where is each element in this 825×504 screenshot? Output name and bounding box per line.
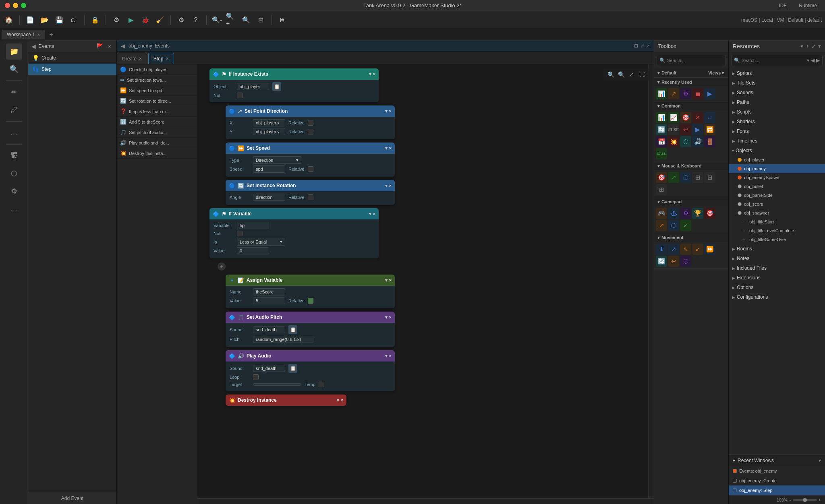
open-file-icon[interactable]: 📂	[39, 14, 50, 26]
play-audio-header[interactable]: 🔷 🔊 Play Audio ▾ ×	[226, 350, 395, 361]
recent-item-events-enemy[interactable]: Events: obj_enemy	[729, 466, 825, 476]
destroy-instance-close[interactable]: ×	[341, 398, 343, 403]
is-dropdown[interactable]: Less or Equal ▾	[237, 238, 285, 246]
event-item-step[interactable]: 👣 Step	[28, 64, 116, 75]
res-section-fonts-header[interactable]: ▶ Fonts	[729, 126, 825, 136]
res-item-obj-enemyspawn[interactable]: obj_enemySpawn	[729, 173, 825, 182]
pitch-value[interactable]: random_range(0.8,1.2)	[253, 336, 313, 343]
canvas-tab-create-close[interactable]: ×	[139, 56, 142, 62]
preferences-icon[interactable]: ⚙	[176, 14, 187, 26]
call-event-icon[interactable]: CALL	[656, 148, 667, 159]
mouse-3[interactable]: ⬡	[680, 172, 691, 183]
res-section-objects-header[interactable]: ▾ Objects	[729, 146, 825, 155]
eraser-icon[interactable]: 🖊	[6, 102, 22, 118]
assign-variable-header[interactable]: 🔹 📝 Assign Variable ▾ ×	[226, 275, 395, 286]
recent-windows-header[interactable]: ▾ Recent Windows ▾	[729, 455, 825, 466]
res-section-sounds-header[interactable]: ▶ Sounds	[729, 88, 825, 97]
zoom-in-icon[interactable]: 🔍+	[226, 14, 237, 26]
gp-6[interactable]: ↗	[656, 220, 667, 231]
if-variable-collapse[interactable]: ▾	[369, 211, 371, 217]
angle-value[interactable]: direction	[253, 194, 285, 201]
set-point-direction-close[interactable]: ×	[389, 109, 392, 114]
assign-variable-collapse[interactable]: ▾	[385, 278, 388, 283]
build-icon[interactable]: ⚙	[111, 14, 122, 26]
sound-value[interactable]: snd_death	[253, 326, 285, 333]
help-icon[interactable]: ?	[190, 14, 201, 26]
pa-sound-value[interactable]: snd_death	[253, 365, 285, 372]
res-section-sprites[interactable]: ▶ Sprites	[729, 68, 825, 78]
zoom-fullscreen-canvas-button[interactable]: ⛶	[638, 70, 647, 79]
gp-3[interactable]: ⚙	[680, 208, 691, 219]
set-speed-header[interactable]: 🔵 ⏩ Set Speed ▾ ×	[226, 143, 395, 154]
res-item-obj-titlelevelcomplete[interactable]: ··· obj_titleLevelComplete	[729, 226, 825, 235]
resources-chevron-icon[interactable]: ▾	[818, 43, 821, 49]
events-panel-close[interactable]: ×	[106, 43, 113, 50]
recent-windows-chevron[interactable]: ▾	[819, 458, 821, 463]
mouse-5[interactable]: ⊟	[704, 172, 715, 183]
res-section-notes[interactable]: ▶ Notes	[729, 254, 825, 263]
destroy-icon[interactable]: 💥	[668, 136, 679, 147]
res-section-sprites-header[interactable]: ▶ Sprites	[729, 68, 825, 78]
toolbox-section-movement-header[interactable]: ▾ Movement	[654, 233, 728, 242]
recent-item-create[interactable]: obj_enemy: Create	[729, 476, 825, 485]
res-section-paths-header[interactable]: ▶ Paths	[729, 97, 825, 107]
mouse-1[interactable]: 🎯	[656, 172, 667, 183]
res-section-timelines[interactable]: ▶ Timelines	[729, 136, 825, 146]
ebi-set-speed[interactable]: ⏩ Set speed to spd	[117, 85, 197, 96]
res-section-tilesets[interactable]: ▶ Tile Sets	[729, 78, 825, 88]
res-section-rooms-header[interactable]: ▶ Rooms	[729, 244, 825, 254]
var-icon-1[interactable]: 📊	[656, 88, 667, 99]
lock-icon[interactable]: 🔒	[89, 14, 101, 26]
play-audio-collapse[interactable]: ▾	[385, 353, 388, 359]
type-dropdown[interactable]: Direction ▾	[253, 156, 301, 164]
set-instance-rotation-header[interactable]: 🔵 🔄 Set Instance Rotation ▾ ×	[226, 180, 395, 191]
set-instance-rotation-close[interactable]: ×	[389, 183, 392, 188]
res-section-timelines-header[interactable]: ▶ Timelines	[729, 136, 825, 146]
ebi-add-score[interactable]: 🔢 Add 5 to theScore	[117, 117, 197, 127]
res-section-extensions[interactable]: ▶ Extensions	[729, 273, 825, 283]
canvas-header-fullscreen[interactable]: ⤢	[641, 43, 645, 49]
mouse-2[interactable]: ↗	[668, 172, 679, 183]
sound-icon[interactable]: 🔊	[692, 136, 703, 147]
func-icon[interactable]: ⚙	[680, 88, 691, 99]
toolbox-section-common-header[interactable]: ▾ Common	[654, 101, 728, 110]
close-button[interactable]	[5, 3, 10, 8]
mv-3[interactable]: ↖	[680, 244, 691, 255]
assign-variable-close[interactable]: ×	[389, 278, 392, 283]
mv-8[interactable]: ⬡	[680, 256, 691, 267]
play-icon[interactable]: ▶	[704, 88, 715, 99]
save-all-icon[interactable]: 🗂	[68, 14, 79, 26]
res-item-obj-spawner[interactable]: obj_spawner	[729, 209, 825, 217]
toolbox-section-gamepad-header[interactable]: ▾ Gamepad	[654, 197, 728, 206]
events-panel-flag-icon[interactable]: 🚩	[96, 43, 104, 50]
toolbox-section-mouse-header[interactable]: ▾ Mouse & Keyboard	[654, 161, 728, 170]
move-icon[interactable]: ↔	[704, 112, 715, 123]
set-instance-rotation-collapse[interactable]: ▾	[385, 183, 388, 188]
res-section-extensions-header[interactable]: ▶ Extensions	[729, 273, 825, 283]
set-point-direction-header[interactable]: 🔵 ↗ Set Point Direction ▾ ×	[226, 105, 395, 117]
runtime-label[interactable]: Runtime	[799, 3, 817, 8]
res-item-obj-player[interactable]: obj_player	[729, 155, 825, 164]
toolbox-section-recent-header[interactable]: ▾ Recently Used	[654, 78, 728, 87]
canvas-tab-create[interactable]: Create ×	[117, 53, 147, 64]
resources-search-chevron[interactable]: ▾	[807, 58, 809, 63]
repeat-icon[interactable]: 🔁	[704, 124, 715, 135]
mv-7[interactable]: ↩	[668, 256, 679, 267]
sound-browse-button[interactable]: 📋	[288, 325, 297, 334]
var-icon-2[interactable]: 📊	[656, 112, 667, 123]
mv-2[interactable]: ↗	[668, 244, 679, 255]
if-variable-close[interactable]: ×	[373, 211, 375, 217]
res-section-scripts[interactable]: ▶ Scripts	[729, 107, 825, 117]
mv-1[interactable]: ⬇	[656, 244, 667, 255]
ebi-destroy[interactable]: 💥 Destroy this insta...	[117, 148, 197, 159]
zoom-plus-button[interactable]: +	[819, 498, 821, 502]
run-icon[interactable]: ▶	[125, 14, 137, 26]
event-icon[interactable]: 📅	[656, 136, 667, 147]
play2-icon[interactable]: ▶	[692, 124, 703, 135]
mouse-6[interactable]: ⊞	[656, 184, 667, 195]
canvas-tab-step[interactable]: Step ×	[148, 53, 174, 64]
ide-label[interactable]: IDE	[779, 3, 787, 8]
ebi-set-pitch[interactable]: 🎵 Set pitch of audio...	[117, 127, 197, 138]
more-icon[interactable]: …	[6, 125, 22, 141]
set-audio-pitch-collapse[interactable]: ▾	[385, 315, 388, 320]
